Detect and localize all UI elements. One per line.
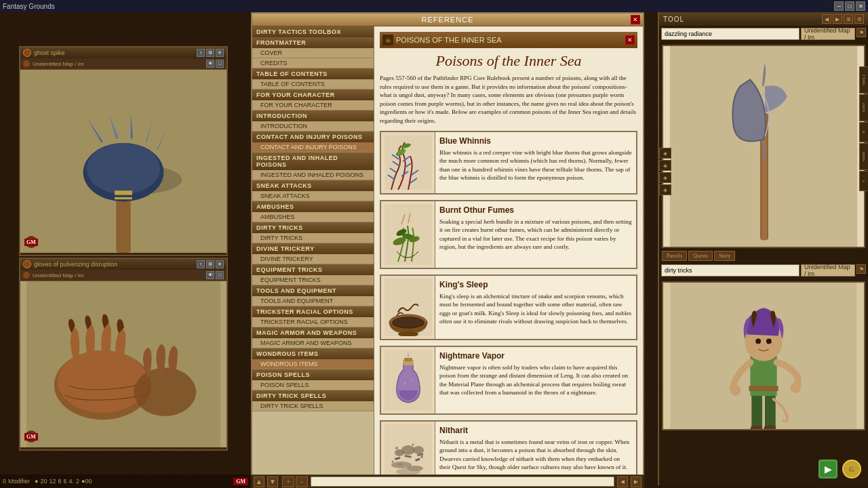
gold-coin-icon[interactable]: G	[842, 460, 861, 479]
nav-down-button[interactable]: ▼	[267, 476, 278, 487]
sidebar-character-header[interactable]: FOR YOUR CHARACTER	[252, 89, 374, 100]
sidebar-credits[interactable]: CREDITS	[252, 58, 374, 68]
gloves-controls: ? ⚙ ✕	[197, 260, 224, 268]
minimize-button[interactable]: ─	[834, 1, 844, 11]
tool-addon-icon[interactable]: ⚑	[856, 28, 866, 37]
burnt-othur-image	[381, 201, 435, 268]
sidebar-tools[interactable]: TOOLS AND EQUIPMENT	[252, 296, 374, 306]
tool-icon-4[interactable]: ◈	[659, 184, 671, 195]
ghost-spike-question[interactable]: ?	[197, 49, 205, 57]
close-button[interactable]: ✕	[856, 1, 865, 11]
label-nters[interactable]: nters	[859, 143, 868, 170]
burnt-othur-desc: Soaking a special herb bundle in a mixtu…	[439, 218, 632, 251]
sidebar-magic-armor[interactable]: MAGIC ARMOR AND WEAPONS	[252, 338, 374, 348]
bottom-icon-1[interactable]: +	[282, 476, 294, 487]
bottom-icon-2[interactable]: -	[296, 476, 308, 487]
svg-rect-6	[115, 197, 132, 199]
ref-nav-right[interactable]: ►	[631, 476, 642, 487]
story-button[interactable]: Story	[714, 251, 735, 261]
gloves-question[interactable]: ?	[197, 260, 205, 268]
ref-nav-left[interactable]: ◄	[617, 476, 628, 487]
maximize-button[interactable]: □	[845, 1, 854, 11]
sidebar-tools-header[interactable]: TOOLS AND EQUIPMENT	[252, 285, 374, 296]
quests-button[interactable]: Quests	[688, 251, 713, 261]
svg-point-10	[134, 368, 196, 416]
sidebar-cover[interactable]: COVER	[252, 48, 374, 58]
sidebar-ambush-header[interactable]: AMBUSHES	[252, 201, 374, 212]
sidebar-wondrous-header[interactable]: WONDROUS ITEMS	[252, 348, 374, 359]
ghost-spike-header: ghost spike ? ⚙ ✕	[20, 47, 226, 58]
sidebar-dirty-tricks-header[interactable]: DIRTY TRICKS	[252, 222, 374, 233]
sidebar-intro[interactable]: INTRODUCTION	[252, 121, 374, 131]
tool-search-input-2[interactable]	[661, 264, 800, 277]
sidebar-divine[interactable]: DIVINE TRICKERY	[252, 254, 374, 264]
sidebar-dirty-tricks[interactable]: DIRTY TRICKS	[252, 233, 374, 243]
burnt-othur-details: Burnt Othur Fumes Soaking a special herb…	[435, 201, 636, 268]
sidebar-equipment[interactable]: EQUIPMENT TRICKS	[252, 275, 374, 285]
sidebar-racial[interactable]: TRICKSTER RACIAL OPTIONS	[252, 317, 374, 327]
svg-point-57	[730, 385, 741, 396]
tool-btn-2[interactable]: ▶	[833, 14, 842, 24]
svg-point-44	[412, 443, 414, 445]
sidebar-ingested-header[interactable]: INGESTED AND INHALED POISONS	[252, 152, 374, 170]
gloves-map-btn[interactable]: □	[216, 271, 224, 279]
parcels-button[interactable]: Parcels	[662, 251, 687, 261]
tool-btn-3[interactable]: ⊞	[844, 14, 853, 24]
sidebar-character[interactable]: FOR YOUR CHARACTER	[252, 100, 374, 110]
gloves-config[interactable]: ⚙	[206, 260, 214, 268]
svg-point-61	[766, 338, 772, 344]
gloves-close[interactable]: ✕	[216, 260, 224, 268]
sidebar-contact-poisons-header[interactable]: CONTACT AND INJURY POISONS	[252, 131, 374, 142]
sidebar-poison-spells-header[interactable]: POISON SPELLS	[252, 369, 374, 380]
ghost-spike-content: GM	[20, 70, 226, 253]
poison-close-button[interactable]: ✕	[625, 35, 635, 45]
reference-search-input[interactable]	[311, 476, 614, 487]
label-sets[interactable]: I Sets	[859, 66, 868, 94]
svg-point-46	[391, 460, 393, 462]
nav-up-button[interactable]: ▲	[254, 476, 264, 487]
svg-point-30	[408, 376, 409, 378]
tool-addon-icon-2[interactable]: ⚑	[856, 264, 866, 274]
reference-close-button[interactable]: ✕	[631, 15, 640, 24]
sidebar-toc-header[interactable]: TABLE OF CONTENTS	[252, 68, 374, 79]
label-s[interactable]: s	[859, 171, 868, 191]
svg-point-9	[58, 350, 148, 413]
sidebar-divine-header[interactable]: DIVINE TRICKERY	[252, 243, 374, 254]
sidebar-trick-spells[interactable]: DIRTY TRICK SPELLS	[252, 401, 374, 411]
sidebar-frontmatter[interactable]: FRONTMATTER	[252, 37, 374, 48]
tool-icon-3[interactable]: ◈	[659, 172, 671, 183]
svg-point-45	[420, 455, 423, 458]
sidebar-equipment-header[interactable]: EQUIPMENT TRICKS	[252, 264, 374, 275]
ghost-spike-map-btn[interactable]: □	[216, 60, 224, 68]
reference-panel: Reference ✕ DIRTY TACTICS TOOLBOX FRONTM…	[251, 12, 644, 485]
sidebar-main-title[interactable]: DIRTY TACTICS TOOLBOX	[252, 26, 374, 37]
nightmare-vapor-entry: Nightmare Vapor Nightmare vapor is often…	[380, 346, 637, 415]
label-characters[interactable]: cters	[859, 94, 868, 121]
tool-btn-1[interactable]: ◀	[822, 14, 831, 24]
sidebar-sneak-header[interactable]: SNEAK ATTACKS	[252, 180, 374, 191]
tool-search-input-1[interactable]	[661, 28, 800, 40]
sidebar-ambush[interactable]: AMBUSHES	[252, 212, 374, 222]
gloves-eye[interactable]: 👁	[206, 271, 214, 279]
tool-icon-2[interactable]: ◈	[659, 160, 671, 171]
sidebar-sneak[interactable]: SNEAK ATTACKS	[252, 191, 374, 201]
sidebar-toc[interactable]: TABLE OF CONTENTS	[252, 79, 374, 89]
svg-rect-54	[749, 386, 778, 391]
sidebar-racial-header[interactable]: TRICKSTER RACIAL OPTIONS	[252, 306, 374, 317]
gloves-title: gloves of pulverizing disruption	[34, 261, 117, 268]
label-n[interactable]: n	[859, 122, 868, 142]
sidebar-poison-spells[interactable]: POISON SPELLS	[252, 380, 374, 390]
sidebar-magic-armor-header[interactable]: MAGIC ARMOR AND WEAPONS	[252, 327, 374, 338]
sidebar-intro-header[interactable]: INTRODUCTION	[252, 110, 374, 121]
sidebar-trick-spells-header[interactable]: DIRTY TRICK SPELLS	[252, 390, 374, 401]
sidebar-ingested[interactable]: INGESTED AND INHALED POISONS	[252, 170, 374, 180]
play-button[interactable]: ▶	[818, 460, 837, 479]
sidebar-contact-poisons[interactable]: CONTACT AND INJURY POISONS	[252, 142, 374, 152]
ghost-spike-config[interactable]: ⚙	[206, 49, 214, 57]
ghost-spike-badge: GM	[24, 235, 38, 249]
ghost-spike-close[interactable]: ✕	[216, 49, 224, 57]
tool-icon-1[interactable]: ◈	[659, 148, 671, 159]
sidebar-wondrous[interactable]: WONDROUS ITEMS	[252, 359, 374, 369]
ghost-spike-eye[interactable]: 👁	[206, 60, 214, 68]
tool-btn-4[interactable]: ⚙	[854, 14, 864, 24]
